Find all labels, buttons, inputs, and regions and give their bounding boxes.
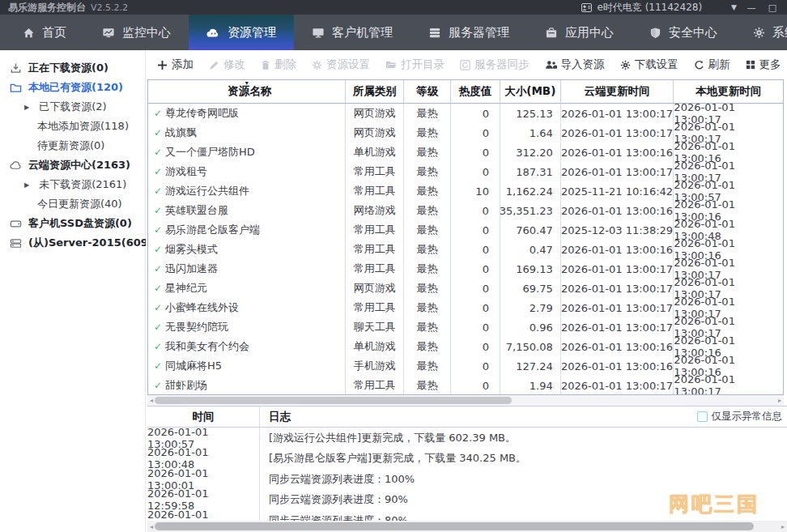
resource-heat: 10 <box>475 185 489 198</box>
resource-category: 网页游戏 <box>354 106 396 121</box>
nav-security-center[interactable]: 安全中心 <box>632 15 735 50</box>
server-sync-button[interactable]: 服务器同步 <box>460 57 530 72</box>
gear-icon <box>753 27 765 39</box>
delete-button[interactable]: 删除 <box>261 57 296 72</box>
pencil-icon <box>209 60 219 70</box>
sidebar-item-pending-update[interactable]: 待更新资源(0) <box>0 136 145 155</box>
resource-name: 游戏运行公共组件 <box>165 184 249 198</box>
download-settings-button[interactable]: 下载设置 <box>620 57 679 72</box>
refresh-button[interactable]: 刷新 <box>694 57 730 72</box>
resource-toolbar: 添加 修改 删除 资源设置 打开目录 服务器同步 导入资源 下载设置 <box>146 50 787 79</box>
nav-system-settings[interactable]: 系统设置 <box>735 15 787 50</box>
resource-name: 游戏租号 <box>165 164 207 179</box>
nav-home[interactable]: 首页 <box>5 15 84 50</box>
more-button[interactable]: 更多 <box>746 57 781 72</box>
nav-resource-management[interactable]: 资源管理 <box>189 15 294 50</box>
sidebar-item-local-added[interactable]: 本地添加资源(118) <box>0 117 145 136</box>
log-row[interactable]: 2026-01-01 13:00:48 [易乐游昆仑版客户端]更新完成，下载量 … <box>147 449 787 470</box>
resource-level: 最热 <box>417 242 438 257</box>
column-header-cloud-time[interactable]: 云端更新时间 <box>561 80 674 103</box>
nav-label: 客户机管理 <box>332 25 393 40</box>
sidebar-item-client-ssd[interactable]: 客户机SSD盘资源(0) <box>0 214 145 233</box>
log-horizontal-scrollbar[interactable]: ◂ ▸ <box>147 521 787 532</box>
modify-button[interactable]: 修改 <box>209 57 245 72</box>
resource-settings-button[interactable]: 资源设置 <box>312 57 370 72</box>
resource-category: 网页游戏 <box>354 126 396 140</box>
resource-name: 尊龙传奇网吧版 <box>165 106 239 121</box>
app-title: 易乐游服务控制台 <box>8 1 86 15</box>
scrollbar-thumb[interactable] <box>155 397 512 404</box>
resource-level: 最热 <box>417 281 438 296</box>
import-resources-button[interactable]: 导入资源 <box>545 57 605 72</box>
resource-level: 最热 <box>417 378 438 393</box>
sidebar-item-server-2015[interactable]: (从)Server-2015(609) <box>0 233 145 253</box>
maximize-button[interactable]: □ <box>766 2 779 13</box>
sidebar-item-downloaded[interactable]: ▶ 已下载资源(2) <box>0 97 145 117</box>
resource-name: 同城麻将H5 <box>165 359 222 373</box>
resource-name: 易乐游昆仑版客户端 <box>165 223 260 237</box>
resource-category: 常用工具 <box>354 223 396 237</box>
resource-size: 169.13 <box>516 263 553 275</box>
resource-cloud-time: 2026-01-01 13:00:17 <box>561 166 673 178</box>
check-icon: ✓ <box>154 380 162 391</box>
resource-size: 760.47 <box>516 224 553 236</box>
sort-caret-icon: ▾ <box>245 79 249 87</box>
column-header-size[interactable]: 大小(MB) <box>500 80 561 103</box>
nav-server-management[interactable]: 服务器管理 <box>411 15 527 50</box>
sidebar-label: 客户机SSD盘资源(0) <box>28 216 132 231</box>
sidebar-item-local-resources[interactable]: 本地已有资源(120) <box>0 78 145 97</box>
nav-label: 资源管理 <box>228 25 276 40</box>
account-caret-icon[interactable]: ▼ <box>731 3 737 11</box>
checkbox-icon[interactable] <box>697 411 708 422</box>
account-info[interactable]: e时代电竞 (11142428) <box>581 1 702 15</box>
button-label: 添加 <box>172 57 194 72</box>
table-horizontal-scrollbar[interactable]: ◂ ▸ <box>147 395 784 406</box>
resource-level: 最热 <box>417 339 438 354</box>
resource-name: 又一个僵尸塔防HD <box>165 145 255 160</box>
scrollbar-thumb[interactable] <box>155 522 754 530</box>
resource-name: 无畏契约陪玩 <box>165 320 228 334</box>
button-label: 修改 <box>223 57 245 72</box>
sidebar-item-cloud-center[interactable]: 云端资源中心(2163) <box>0 155 145 175</box>
resource-cloud-time: 2025-12-03 11:38:29 <box>561 224 673 236</box>
expand-arrow-icon[interactable]: ▶ <box>24 104 29 111</box>
nav-client-management[interactable]: 客户机管理 <box>294 15 411 50</box>
log-row[interactable]: 2026-01-01 13:00:57 [游戏运行公共组件]更新完成，下载量 6… <box>147 428 787 449</box>
cloud-icon <box>10 160 22 172</box>
column-header-level[interactable]: 等级 <box>404 80 451 103</box>
log-row[interactable]: 2026-01-01 13:00:01 同步云端资源列表进度：100% <box>147 469 787 490</box>
resource-name: 烟雾头模式 <box>165 242 218 257</box>
table-row[interactable]: ✓甜虾剧场 常用工具 最热 0 1.94 2026-01-01 13:00:17… <box>148 376 783 394</box>
scroll-right-icon[interactable]: ▸ <box>779 523 787 530</box>
resource-level: 最热 <box>417 320 438 334</box>
column-header-heat[interactable]: 热度值 <box>451 80 500 103</box>
resource-heat: 0 <box>483 244 489 256</box>
resource-category: 单机游戏 <box>354 145 396 160</box>
sidebar-item-today-updated[interactable]: 今日更新资源(40) <box>0 194 145 214</box>
resource-cloud-time: 2026-01-01 13:00:17 <box>561 108 673 120</box>
scroll-right-icon[interactable]: ▸ <box>776 397 784 404</box>
minimize-button[interactable]: — <box>745 2 758 13</box>
log-time: 2026-01-01 12:59:58 <box>147 490 260 511</box>
resource-size: 69.75 <box>523 283 553 295</box>
column-header-name[interactable]: ▾ 资源名称 <box>148 80 346 103</box>
nav-monitor-center[interactable]: 监控中心 <box>84 15 189 50</box>
sidebar-item-downloading[interactable]: 正在下载资源(0) <box>0 58 145 78</box>
abnormal-only-filter[interactable]: 仅显示异常信息 <box>697 410 787 423</box>
nav-app-center[interactable]: 应用中心 <box>527 15 632 50</box>
sidebar-item-not-downloaded[interactable]: ▶ 未下载资源(2161) <box>0 175 145 194</box>
column-header-local-time[interactable]: 本地更新时间 <box>674 80 783 103</box>
add-button[interactable]: 添加 <box>157 57 194 72</box>
resource-heat: 0 <box>483 380 489 392</box>
nav-label: 服务器管理 <box>449 25 509 40</box>
resource-level: 最热 <box>417 106 438 121</box>
open-directory-button[interactable]: 打开目录 <box>385 57 445 72</box>
check-icon: ✓ <box>154 321 162 333</box>
resource-name: 英雄联盟台服 <box>165 203 228 218</box>
resource-level: 最热 <box>417 203 438 218</box>
resource-cloud-time: 2025-11-21 10:16:42 <box>561 185 673 198</box>
expand-arrow-icon[interactable]: ▶ <box>24 181 29 189</box>
log-message: [易乐游昆仑版客户端]更新完成，下载量 340.25 MB。 <box>260 451 526 466</box>
resource-level: 最热 <box>417 184 438 198</box>
column-header-category[interactable]: 所属类别 <box>346 80 404 103</box>
